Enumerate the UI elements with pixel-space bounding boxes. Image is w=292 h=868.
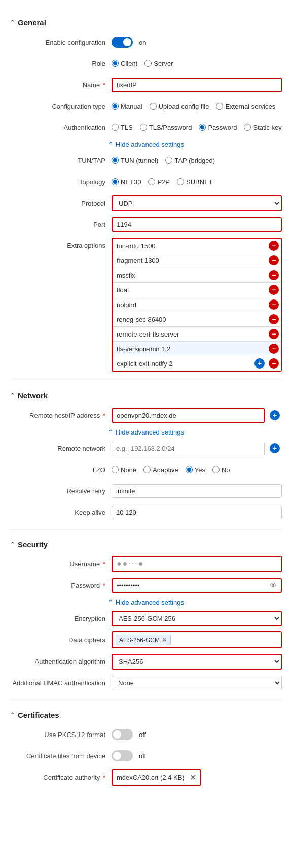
topology-net30-radio[interactable] [112,178,119,185]
username-label: Username * [10,560,112,568]
lzo-adaptive-radio[interactable] [143,466,151,473]
enable-config-control: on [112,37,282,48]
extra-option-input-8[interactable] [113,357,252,371]
cert-file-remove-icon[interactable]: ✕ [190,773,196,782]
pkcs12-label: Use PKCS 12 format [10,731,112,739]
lzo-yes-radio[interactable] [186,466,193,473]
extra-option-remove-7[interactable]: − [269,344,279,354]
extra-option-remove-1[interactable]: − [269,255,279,265]
lzo-no[interactable]: No [212,466,230,474]
lzo-none-radio[interactable] [112,466,119,473]
certificates-title: Certificates [18,711,59,719]
extra-option-input-1[interactable] [113,254,267,268]
cipher-tag-remove-icon[interactable]: ✕ [162,636,167,644]
network-advanced-link[interactable]: ⌃ Hide advanced settings [10,428,282,436]
auth-tls[interactable]: TLS [112,124,133,131]
extra-option-row-7: − [113,342,281,356]
auth-static-key[interactable]: Static key [244,124,281,131]
config-type-external[interactable]: External services [216,103,275,110]
extra-option-input-2[interactable] [113,269,267,282]
security-chevron-icon[interactable]: ⌃ [10,541,15,548]
auth-algorithm-row: Authentication algorithm SHA256 [10,653,282,670]
resolve-retry-row: Resolve retry [10,483,282,499]
topology-p2p[interactable]: P2P [148,178,170,186]
keep-alive-input[interactable] [112,506,282,519]
extra-option-remove-3[interactable]: − [269,285,279,295]
config-type-manual-radio[interactable] [112,103,119,110]
port-row: Port [10,216,282,232]
extra-option-remove-5[interactable]: − [269,314,279,324]
extra-option-remove-4[interactable]: − [269,299,279,310]
remote-host-input[interactable] [112,408,265,423]
lzo-yes-label: Yes [195,466,205,474]
enable-config-toggle[interactable] [112,37,133,48]
extra-option-input-0[interactable] [113,239,267,253]
remote-network-add-button[interactable]: + [270,443,280,453]
username-row: Username * [10,556,282,572]
remote-host-add-button[interactable]: + [270,410,280,420]
lzo-none-label: None [121,466,136,474]
pkcs12-toggle[interactable] [112,729,133,740]
config-type-upload[interactable]: Upload config file [150,103,209,110]
extra-option-remove-8[interactable]: − [269,358,279,369]
general-chevron-icon[interactable]: ⌃ [10,19,15,26]
role-server-option[interactable]: Server [144,60,173,68]
password-toggle-eye-icon[interactable]: 👁︎ [270,581,277,589]
encryption-select[interactable]: AES-256-GCM 256 [112,611,282,626]
auth-tls-password-radio[interactable] [140,124,147,131]
password-input[interactable] [113,579,281,592]
role-server-radio[interactable] [144,60,152,67]
cert-device-toggle[interactable] [112,750,133,761]
tun-radio[interactable] [112,157,119,164]
lzo-none[interactable]: None [112,466,136,474]
security-advanced-link[interactable]: ⌃ Hide advanced settings [10,598,282,606]
config-type-upload-radio[interactable] [150,103,157,110]
certificates-chevron-icon[interactable]: ⌃ [10,712,15,718]
protocol-control: UDP TCP [112,195,282,211]
tap-radio[interactable] [165,157,172,164]
network-chevron-icon[interactable]: ⌃ [10,392,15,399]
extra-option-input-3[interactable] [113,283,267,297]
port-control [112,217,282,232]
username-input[interactable] [112,556,282,572]
protocol-select[interactable]: UDP TCP [112,195,282,211]
name-input[interactable] [112,78,282,92]
general-advanced-link[interactable]: ⌃ Hide advanced settings [10,141,282,148]
topology-subnet[interactable]: SUBNET [177,178,213,186]
auth-static-key-radio[interactable] [244,124,251,131]
port-input[interactable] [112,217,282,232]
topology-p2p-radio[interactable] [148,178,155,185]
role-client-radio[interactable] [112,60,119,67]
auth-password[interactable]: Password [199,124,237,131]
lzo-adaptive[interactable]: Adaptive [143,466,178,474]
auth-password-radio[interactable] [199,124,206,131]
auth-tls-password[interactable]: TLS/Password [140,124,192,131]
auth-algorithm-select[interactable]: SHA256 [112,654,282,670]
role-client-option[interactable]: Client [112,60,137,68]
extra-option-input-6[interactable] [113,327,267,341]
extra-option-input-5[interactable] [113,313,267,326]
tun-option[interactable]: TUN (tunnel) [112,157,158,164]
config-type-manual[interactable]: Manual [112,103,142,110]
extra-option-remove-0[interactable]: − [269,241,279,251]
extra-option-input-4[interactable] [113,298,267,312]
extra-option-remove-2[interactable]: − [269,270,279,280]
auth-tls-radio[interactable] [112,124,119,131]
extra-option-add[interactable]: + [254,358,265,369]
resolve-retry-input[interactable] [112,484,282,498]
hmac-select[interactable]: None [112,676,282,690]
cert-file-container: mdexCA20.crt (2.4 KB) ✕ [112,769,201,786]
tun-tap-row: TUN/TAP TUN (tunnel) TAP (bridged) [10,152,282,169]
extra-option-input-7[interactable] [113,342,267,356]
keep-alive-row: Keep alive [10,504,282,520]
tap-option[interactable]: TAP (bridged) [165,157,215,164]
remote-host-label: Remote host/IP address * [10,412,112,419]
remote-network-input[interactable] [112,442,265,455]
topology-net30[interactable]: NET30 [112,178,141,186]
topology-subnet-radio[interactable] [177,178,184,185]
auth-static-key-label: Static key [253,124,281,131]
extra-option-remove-6[interactable]: − [269,329,279,339]
config-type-external-radio[interactable] [216,103,223,110]
lzo-yes[interactable]: Yes [186,466,205,474]
lzo-no-radio[interactable] [212,466,220,473]
